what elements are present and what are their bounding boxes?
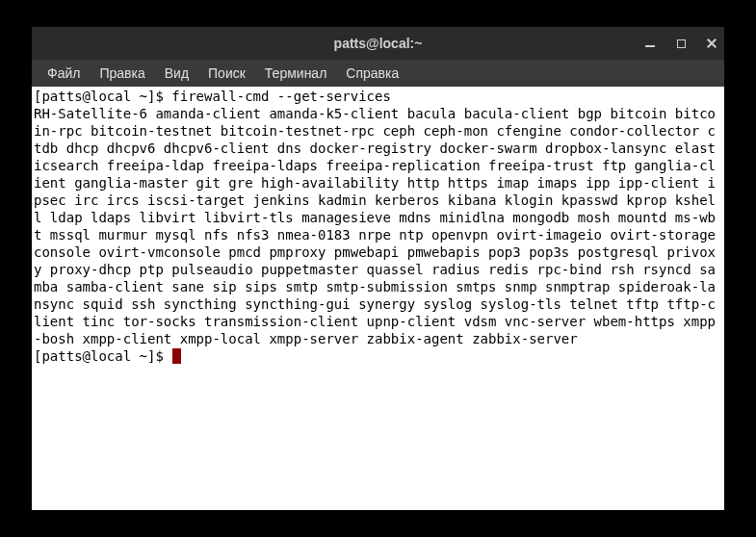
close-button[interactable] (705, 37, 718, 50)
maximize-button[interactable] (674, 37, 688, 50)
menu-view[interactable]: Вид (157, 62, 196, 85)
maximize-icon (677, 39, 686, 48)
titlebar: patts@local:~ (32, 27, 724, 60)
window-title: patts@local:~ (334, 36, 423, 51)
minimize-button[interactable] (643, 37, 657, 50)
prompt-1: [patts@local ~]$ (34, 89, 171, 104)
menu-search[interactable]: Поиск (200, 62, 253, 85)
menu-help[interactable]: Справка (338, 62, 406, 85)
command-output: RH-Satellite-6 amanda-client amanda-k5-c… (34, 106, 716, 346)
cursor (172, 348, 181, 364)
menubar: Файл Правка Вид Поиск Терминал Справка (32, 60, 724, 87)
close-icon (706, 38, 717, 49)
menu-edit[interactable]: Правка (91, 62, 152, 85)
menu-terminal[interactable]: Терминал (257, 62, 334, 85)
command-1: firewall-cmd --get-services (171, 89, 391, 104)
terminal-output[interactable]: [patts@local ~]$ firewall-cmd --get-serv… (32, 87, 724, 510)
window-controls (643, 27, 718, 60)
minimize-icon (645, 45, 655, 47)
terminal-window: patts@local:~ Файл Правка Вид Поиск Терм… (32, 27, 724, 510)
menu-file[interactable]: Файл (39, 62, 88, 85)
prompt-2: [patts@local ~]$ (34, 348, 171, 364)
